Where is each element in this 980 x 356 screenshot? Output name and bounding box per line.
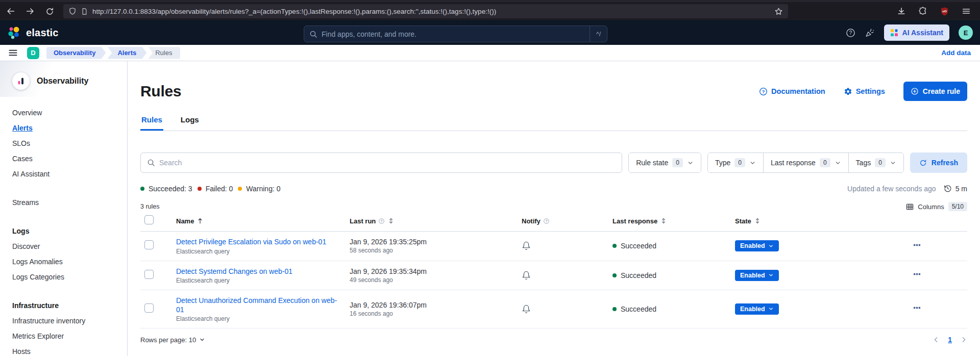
- tab-rules[interactable]: Rules: [140, 115, 163, 131]
- settings-link[interactable]: Settings: [844, 87, 885, 96]
- column-header-last-run[interactable]: Last run ?: [350, 217, 516, 225]
- tab-logs[interactable]: Logs: [180, 115, 200, 131]
- filter-rule-state[interactable]: Rule state 0: [629, 153, 701, 172]
- sidebar-item-metrics-explorer[interactable]: Metrics Explorer: [12, 328, 64, 344]
- user-avatar[interactable]: E: [959, 26, 973, 40]
- table-row: Detect Unauthorized Command Execution on…: [140, 290, 967, 328]
- rule-name-link[interactable]: Detect Systemd Changes on web-01: [176, 267, 339, 276]
- question-circle-icon: ?: [759, 87, 768, 96]
- columns-selector[interactable]: Columns 5/10: [906, 202, 967, 211]
- status-failed[interactable]: Failed: 0: [198, 185, 233, 193]
- breadcrumb-bar: D Observability Alerts Rules Add data: [0, 45, 980, 61]
- rules-search-input[interactable]: Search: [140, 152, 622, 173]
- sidebar-item-cases[interactable]: Cases: [12, 151, 33, 166]
- refresh-interval-control[interactable]: 5 m: [943, 184, 967, 193]
- url-text[interactable]: http://127.0.0.1:8833/app/observability/…: [92, 8, 770, 15]
- space-avatar[interactable]: D: [27, 47, 39, 59]
- sidebar-item-ai-assistant[interactable]: AI Assistant: [12, 166, 50, 182]
- select-all-checkbox[interactable]: [144, 215, 154, 224]
- warning-label: Warning: 0: [246, 185, 280, 193]
- page-info-icon[interactable]: [81, 8, 88, 15]
- filter-count-badge: 0: [875, 158, 886, 167]
- sidebar-item-slos[interactable]: SLOs: [12, 136, 30, 151]
- nav-menu-icon[interactable]: [8, 48, 18, 58]
- global-search-input[interactable]: Find apps, content, and more. ^/: [304, 26, 607, 42]
- filter-label: Tags: [856, 159, 871, 167]
- filter-count-badge: 0: [672, 158, 683, 167]
- filter-last-response[interactable]: Last response 0: [763, 153, 848, 172]
- sidebar-item-logs-anomalies[interactable]: Logs Anomalies: [12, 254, 63, 269]
- rule-type-label: Elasticsearch query: [176, 315, 339, 322]
- svg-text:?: ?: [762, 89, 765, 94]
- sort-ascending-icon: [197, 217, 204, 224]
- breadcrumb-rules: Rules: [148, 47, 180, 59]
- state-dropdown[interactable]: Enabled: [735, 270, 779, 281]
- downloads-icon[interactable]: [897, 7, 906, 16]
- sidebar-item-discover[interactable]: Discover: [12, 239, 40, 254]
- filter-tags[interactable]: Tags 0: [848, 153, 903, 172]
- row-checkbox[interactable]: [144, 240, 154, 249]
- browser-back-button[interactable]: [5, 6, 16, 17]
- elastic-logo[interactable]: elastic: [7, 26, 59, 40]
- ai-assistant-button[interactable]: AI Assistant: [884, 24, 949, 41]
- sidebar-item-logs-categories[interactable]: Logs Categories: [12, 269, 64, 285]
- browser-url-bar[interactable]: http://127.0.0.1:8833/app/observability/…: [63, 4, 788, 18]
- bookmark-star-icon[interactable]: [774, 7, 783, 16]
- sidebar-item-overview[interactable]: Overview: [12, 105, 42, 120]
- site-security-shield-icon[interactable]: [68, 7, 77, 15]
- next-page-icon[interactable]: [960, 336, 967, 343]
- previous-page-icon[interactable]: [933, 336, 940, 343]
- status-warning[interactable]: Warning: 0: [238, 185, 280, 193]
- browser-reload-button[interactable]: [44, 6, 55, 17]
- sidebar-item-infrastructure-inventory[interactable]: Infrastructure inventory: [12, 313, 85, 328]
- sidebar-item-streams[interactable]: Streams: [12, 195, 39, 210]
- breadcrumb-observability[interactable]: Observability: [46, 47, 106, 59]
- sortable-icon: [387, 217, 395, 224]
- info-icon: ?: [543, 218, 550, 224]
- state-dropdown[interactable]: Enabled: [735, 303, 779, 315]
- columns-label: Columns: [918, 203, 944, 211]
- search-icon: [147, 159, 155, 167]
- rule-name-link[interactable]: Detect Privilege Escalation via Sudo on …: [176, 237, 339, 246]
- sortable-icon: [660, 217, 667, 224]
- actions-menu-button[interactable]: [910, 239, 924, 251]
- actions-menu-button[interactable]: [910, 268, 924, 280]
- last-run-time: Jan 9, 2026 19:36:07pm: [350, 301, 516, 309]
- create-rule-button[interactable]: Create rule: [903, 82, 967, 101]
- help-icon[interactable]: ?: [846, 28, 855, 38]
- bell-icon[interactable]: [522, 241, 531, 250]
- column-header-name[interactable]: Name: [176, 217, 350, 225]
- arrow-right-icon: [26, 7, 35, 16]
- sidebar-section-infrastructure: Infrastructure: [12, 298, 127, 313]
- sidebar-item-alerts[interactable]: Alerts: [12, 120, 33, 136]
- ublock-extension-icon[interactable]: uO: [940, 7, 949, 16]
- refresh-interval-value: 5 m: [955, 185, 967, 193]
- row-checkbox[interactable]: [144, 303, 154, 313]
- column-header-last-response[interactable]: Last response: [612, 217, 728, 225]
- state-dropdown[interactable]: Enabled: [735, 240, 779, 251]
- column-header-state[interactable]: State: [728, 217, 906, 225]
- newsfeed-icon[interactable]: [865, 28, 875, 38]
- bell-icon[interactable]: [522, 304, 531, 314]
- table-row: Detect Systemd Changes on web-01 Elastic…: [140, 261, 967, 290]
- actions-menu-button[interactable]: [910, 302, 924, 314]
- bell-icon[interactable]: [522, 271, 531, 280]
- elastic-logo-icon: [7, 26, 21, 40]
- last-run-time: Jan 9, 2026 19:35:34pm: [350, 267, 516, 275]
- browser-forward-button[interactable]: [24, 6, 36, 17]
- last-response-label: Succeeded: [621, 305, 656, 313]
- refresh-button[interactable]: Refresh: [910, 152, 967, 173]
- browser-menu-icon[interactable]: [962, 7, 971, 16]
- page-number-1[interactable]: 1: [948, 336, 952, 344]
- status-succeeded[interactable]: Succeeded: 3: [140, 185, 192, 193]
- add-data-link[interactable]: Add data: [941, 49, 971, 57]
- row-checkbox[interactable]: [144, 270, 154, 279]
- breadcrumb-alerts[interactable]: Alerts: [107, 47, 146, 59]
- documentation-link[interactable]: ? Documentation: [759, 87, 825, 96]
- filter-type[interactable]: Type 0: [708, 153, 763, 172]
- rows-per-page-control[interactable]: Rows per page: 10: [140, 336, 205, 344]
- column-header-notify[interactable]: Notify ?: [516, 217, 612, 225]
- sidebar-item-hosts[interactable]: Hosts: [12, 344, 31, 356]
- extensions-puzzle-icon[interactable]: [918, 7, 927, 16]
- rule-name-link[interactable]: Detect Unauthorized Command Execution on…: [176, 296, 339, 314]
